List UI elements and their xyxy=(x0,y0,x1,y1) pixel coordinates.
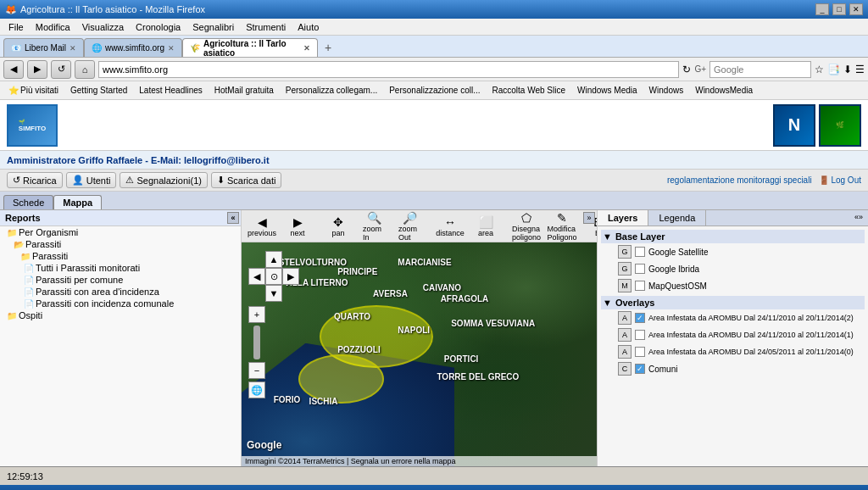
url-input[interactable] xyxy=(98,61,679,78)
ricarica-button[interactable]: ↺ Ricarica xyxy=(7,172,63,188)
close-button[interactable]: ✕ xyxy=(849,3,863,15)
ricarica-icon: ↺ xyxy=(13,175,20,186)
layer-arombu-0[interactable]: A Area Infestata da AROMBU Dal 24/05/201… xyxy=(601,343,865,360)
bookmark-hotmail[interactable]: HotMail gratuita xyxy=(209,85,279,96)
menu-modifica[interactable]: Modifica xyxy=(31,20,75,34)
segnalazioni-button[interactable]: ⚠ Segnalazioni(1) xyxy=(120,172,207,188)
bookmark-icon[interactable]: 📑 xyxy=(827,64,840,75)
tab-legenda[interactable]: Legenda xyxy=(648,210,706,226)
tab-close-agricoltura[interactable]: ✕ xyxy=(303,44,310,53)
layer-arombu-2[interactable]: A ✓ Area Infestata da AROMBU Dal 24/11/2… xyxy=(601,309,865,326)
minimize-button[interactable]: _ xyxy=(815,3,829,15)
refresh-icon[interactable]: ↻ xyxy=(682,64,691,75)
tool-previous[interactable]: ◀ previous xyxy=(245,213,279,240)
tab-simfito[interactable]: 🌐 www.simfito.org ✕ xyxy=(84,38,182,57)
tab-mappa[interactable]: Mappa xyxy=(53,195,102,209)
layer-checkbox[interactable] xyxy=(635,347,645,357)
map-area[interactable]: CASTELVOLTURNO MARCIANISE PRINCIPE VILLA… xyxy=(242,242,597,466)
layer-checkbox[interactable] xyxy=(635,247,645,257)
bookmark-windows[interactable]: Windows xyxy=(644,85,689,96)
tree-item-incidenza-comunale[interactable]: 📄 Parassiti con incidenza comunale xyxy=(0,298,241,309)
layer-checkbox-checked[interactable]: ✓ xyxy=(635,364,645,374)
tree-item-per-organismi[interactable]: 📁 Per Organismi xyxy=(0,226,241,238)
scarica-dati-button[interactable]: ⬇ Scarica dati xyxy=(211,172,281,188)
logout-button[interactable]: 🚪 Log Out xyxy=(819,175,861,185)
regolamentazione-link[interactable]: regolamentazione monitoraggi speciali xyxy=(667,175,812,185)
layer-checkbox[interactable] xyxy=(635,264,645,274)
utenti-button[interactable]: 👤 Utenti xyxy=(66,172,117,188)
layer-mapquest[interactable]: M MapQuestOSM xyxy=(601,277,865,294)
layer-arombu-1[interactable]: A Area Infestata da AROMBU Dal 24/11/201… xyxy=(601,326,865,343)
new-tab-button[interactable]: + xyxy=(318,38,338,57)
bookmark-windowsmedia[interactable]: WindowsMedia xyxy=(690,85,758,96)
tree-item-parassiti[interactable]: 📁 Parassiti xyxy=(0,250,241,262)
tab-close-libero[interactable]: ✕ xyxy=(70,44,76,53)
tool-next[interactable]: ▶ next xyxy=(281,213,314,240)
forward-button[interactable]: ▶ xyxy=(27,60,47,79)
home-button[interactable]: ⌂ xyxy=(75,60,95,79)
menu-cronologia[interactable]: Cronologia xyxy=(131,20,186,34)
expand-right-button[interactable]: » xyxy=(583,212,595,224)
tool-zoom-out[interactable]: 🔎 zoom Out xyxy=(392,210,426,244)
menu-visualizza[interactable]: Visualizza xyxy=(77,20,129,34)
pan-south-button[interactable]: ▼ xyxy=(265,285,282,302)
bookmark-personalizza[interactable]: Personalizza collegam... xyxy=(281,85,382,96)
zoom-in-map-button[interactable]: + xyxy=(248,306,265,323)
pan-center-button[interactable]: ⊙ xyxy=(265,268,282,285)
menu-aiuto[interactable]: Aiuto xyxy=(292,20,324,34)
bookmark-raccolta[interactable]: Raccolta Web Slice xyxy=(487,85,570,96)
restore-button[interactable]: □ xyxy=(832,3,846,15)
bookmark-headlines[interactable]: Latest Headlines xyxy=(134,85,208,96)
tool-distance[interactable]: ↔ distance xyxy=(433,213,467,240)
tab-layers[interactable]: Layers xyxy=(598,210,648,226)
layer-checkbox[interactable] xyxy=(635,281,645,291)
search-input[interactable] xyxy=(709,61,811,78)
layer-comuni[interactable]: C ✓ Comuni xyxy=(601,360,865,377)
bookmark-windows-media[interactable]: Windows Media xyxy=(572,85,643,96)
back-button[interactable]: ◀ xyxy=(3,60,24,79)
logout-icon: 🚪 xyxy=(819,175,829,185)
layer-checkbox-checked[interactable]: ✓ xyxy=(635,313,645,323)
menu-segnalibri[interactable]: Segnalibri xyxy=(187,20,239,34)
menu-file[interactable]: File xyxy=(3,20,29,34)
tab-close-simfito[interactable]: ✕ xyxy=(168,44,175,53)
tool-disegna-poligono[interactable]: ⬠ Disegna poligono xyxy=(509,210,543,244)
tab-schede[interactable]: Schede xyxy=(3,195,53,209)
pan-north-button[interactable]: ▲ xyxy=(265,251,282,268)
menu-icon[interactable]: ☰ xyxy=(855,64,865,75)
globe-view-button[interactable]: 🌐 xyxy=(248,381,265,398)
collapse-left-button[interactable]: « xyxy=(227,212,239,224)
layer-google-ibrida[interactable]: G Google Ibrida xyxy=(601,260,865,277)
menu-strumenti[interactable]: Strumenti xyxy=(241,20,291,34)
star-icon[interactable]: ☆ xyxy=(815,64,824,75)
zoom-out-map-button[interactable]: − xyxy=(248,362,265,379)
bookmark-personalizzazione[interactable]: Personalizzazione coll... xyxy=(384,85,485,96)
pan-east-button[interactable]: ▶ xyxy=(282,268,299,285)
bookmark-getting-started[interactable]: Getting Started xyxy=(65,85,132,96)
expand-right-panel-button[interactable]: «» xyxy=(849,210,868,226)
user-bar: Amministratore Griffo Raffaele - E-Mail:… xyxy=(0,151,868,170)
reload-button[interactable]: ↺ xyxy=(51,60,71,79)
base-layer-header[interactable]: ▼ Base Layer xyxy=(601,230,865,243)
zoom-slider[interactable] xyxy=(253,326,260,359)
pan-west-button[interactable]: ◀ xyxy=(248,268,265,285)
overlays-header[interactable]: ▼ Overlays xyxy=(601,296,865,309)
tool-modifica-poligono[interactable]: ✎ Modifica Poligono xyxy=(545,210,579,244)
tree-item-tutti[interactable]: 📄 Tutti i Parassiti monitorati xyxy=(0,262,241,274)
layer-checkbox[interactable] xyxy=(635,330,645,340)
tool-pan[interactable]: ✥ pan xyxy=(321,213,355,240)
bookmark-piu-visitati[interactable]: ⭐ Più visitati xyxy=(3,85,64,96)
tool-area[interactable]: ⬜ area xyxy=(469,213,503,240)
tree-item-per-comune[interactable]: 📄 Parassiti per comune xyxy=(0,274,241,286)
tree-item-parassiti-root[interactable]: 📂 Parassiti xyxy=(0,238,241,250)
tree-item-incidenza[interactable]: 📄 Parassiti con area d'incidenza xyxy=(0,286,241,298)
tree-item-ospiti[interactable]: 📁 Ospiti xyxy=(0,309,241,321)
download-icon[interactable]: ⬇ xyxy=(843,64,852,75)
tool-zoom-in[interactable]: 🔍 zoom In xyxy=(357,210,391,244)
layer-google-satellite[interactable]: G Google Satellite xyxy=(601,243,865,260)
tab-libero-mail[interactable]: 📧 Libero Mail ✕ xyxy=(3,38,84,57)
right-panel: Layers Legenda «» ▼ Base Layer xyxy=(597,210,868,466)
tree-label: Ospiti xyxy=(19,310,42,320)
map-toolbar: ◀ previous ▶ next ✥ pan 🔍 zoom In xyxy=(242,210,597,242)
tab-agricoltura[interactable]: 🌾 Agricoltura :: Il Tarlo asiatico ✕ xyxy=(182,38,318,57)
